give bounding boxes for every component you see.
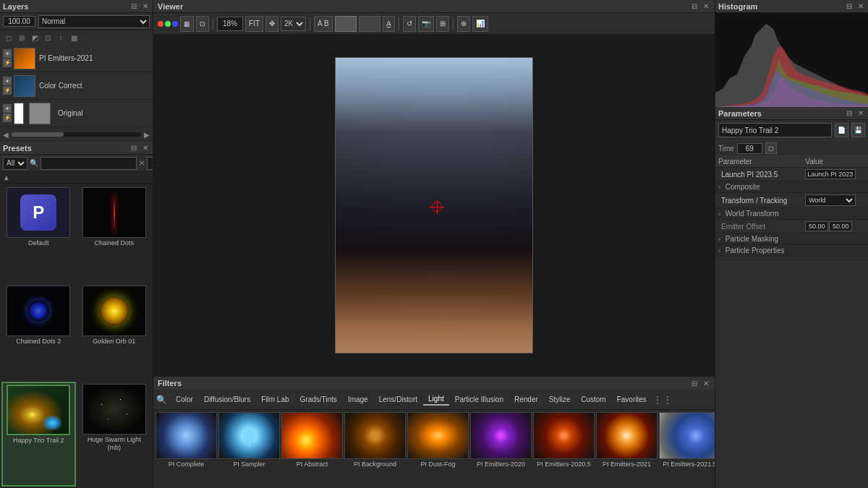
- preset-x-icon[interactable]: ✕: [139, 159, 145, 167]
- crosshair-btn[interactable]: ⊕: [457, 16, 470, 32]
- tab-particle[interactable]: Particle Illusion: [450, 394, 509, 405]
- zoom-fit-btn[interactable]: FIT: [245, 16, 263, 32]
- tab-color[interactable]: Color: [171, 394, 198, 405]
- group-label[interactable]: › Particle Masking: [715, 234, 868, 245]
- resolution-select[interactable]: 2K: [281, 17, 306, 31]
- presets-scroll-up-btn[interactable]: ▲: [0, 172, 13, 183]
- scroll-left-btn[interactable]: ◀: [3, 129, 9, 140]
- params-group-row[interactable]: › World Transform: [715, 208, 868, 220]
- preset-item[interactable]: Huge Swarm Light (mb): [77, 382, 152, 487]
- emitter-offset-x[interactable]: [805, 221, 828, 231]
- view-mode-2-btn[interactable]: [359, 16, 380, 32]
- filters-more-btn[interactable]: ⋮⋮: [652, 394, 673, 406]
- viewer-close-btn[interactable]: ✕: [702, 2, 710, 10]
- scroll-right-btn[interactable]: ▶: [144, 129, 150, 140]
- layer-item[interactable]: 👁 ⚡ Original: [0, 100, 153, 127]
- parameters-close-btn[interactable]: ✕: [856, 109, 865, 117]
- preset-search-input[interactable]: [41, 157, 137, 170]
- preset-item-selected[interactable]: Happy Trio Trail 2: [1, 382, 76, 487]
- presets-collapse-btn[interactable]: ⊟: [129, 144, 138, 152]
- preset-name-save-btn[interactable]: 💾: [851, 123, 865, 137]
- undo-btn[interactable]: ↺: [403, 16, 416, 32]
- ab-compare-btn[interactable]: A B: [314, 16, 333, 32]
- preset-name-doc-btn[interactable]: 📄: [835, 123, 848, 137]
- preset-name-input[interactable]: [718, 123, 832, 137]
- filter-item[interactable]: PI Emitters-2021.5: [659, 412, 715, 468]
- tab-favorites[interactable]: Favorites: [612, 394, 652, 405]
- params-group-row[interactable]: › Composite: [715, 181, 868, 193]
- filter-grid-scroll[interactable]: PI Complete PI Sampler PI Abstract PI Ba…: [153, 410, 715, 488]
- tab-image[interactable]: Image: [343, 394, 373, 405]
- histogram-btn[interactable]: ⊡: [196, 16, 209, 32]
- filter-item[interactable]: PI Emitters-2020: [470, 412, 532, 468]
- tab-diffusion[interactable]: Diffusion/Blurs: [199, 394, 255, 405]
- filter-item[interactable]: PI Complete: [156, 412, 217, 468]
- compare-btn[interactable]: ⊞: [436, 16, 449, 32]
- presets-close-btn[interactable]: ✕: [141, 144, 150, 152]
- filters-close-btn[interactable]: ✕: [702, 380, 710, 388]
- params-row: Transform / Tracking World: [715, 193, 868, 208]
- emitter-offset-y[interactable]: [829, 221, 852, 231]
- filters-search-icon[interactable]: 🔍: [156, 395, 167, 405]
- filter-item[interactable]: PI Background: [344, 412, 406, 468]
- layers-collapse-btn[interactable]: ⊟: [129, 2, 138, 10]
- filter-item[interactable]: PI Sampler: [218, 412, 280, 468]
- parameters-scroll[interactable]: Parameter Value Launch PI 2023.5: [715, 156, 868, 488]
- zoom-pan-btn[interactable]: ✥: [265, 16, 278, 32]
- zoom-input[interactable]: [217, 17, 243, 31]
- preset-item[interactable]: P Default: [1, 185, 76, 282]
- time-keyframe-btn[interactable]: ◻: [765, 142, 777, 154]
- blend-mode-select[interactable]: Normal: [38, 15, 150, 28]
- layer-item[interactable]: 👁 ⚡ PI Emitters-2021: [0, 45, 153, 72]
- filter-item[interactable]: PI Abstract: [281, 412, 343, 468]
- layer-icon-5[interactable]: ↕: [55, 32, 67, 43]
- preset-filter-select[interactable]: All: [3, 157, 27, 170]
- filter-item[interactable]: PI Dust-Fog: [407, 412, 469, 468]
- histogram-collapse-btn[interactable]: ⊟: [845, 2, 854, 10]
- tab-stylize[interactable]: Stylize: [544, 394, 575, 405]
- waveform-btn[interactable]: ▦: [180, 16, 194, 32]
- filter-item[interactable]: PI Emitters-2020.5: [533, 412, 595, 468]
- tab-custom[interactable]: Custom: [576, 394, 610, 405]
- group-label[interactable]: › Particle Properties: [715, 245, 868, 257]
- parameters-table: Parameter Value Launch PI 2023.5: [715, 156, 868, 257]
- histogram-view-btn[interactable]: 📊: [472, 16, 488, 32]
- viewer-collapse-btn[interactable]: ⊟: [690, 2, 699, 10]
- launch-pi-input[interactable]: [805, 169, 856, 179]
- preset-count-input[interactable]: [147, 157, 153, 170]
- viewer-canvas[interactable]: [153, 35, 715, 376]
- histogram-close-btn[interactable]: ✕: [856, 2, 865, 10]
- text-overlay-btn[interactable]: A̲: [383, 16, 395, 32]
- opacity-input[interactable]: [3, 16, 35, 27]
- params-group-row[interactable]: › Particle Masking: [715, 234, 868, 245]
- layer-item[interactable]: 👁 ⚡ Color Correct: [0, 72, 153, 100]
- view-mode-1-btn[interactable]: [335, 16, 357, 32]
- tab-grads[interactable]: Grads/Tints: [295, 394, 342, 405]
- tab-lens[interactable]: Lens/Distort: [374, 394, 422, 405]
- tab-render[interactable]: Render: [509, 394, 543, 405]
- layer-icon-4[interactable]: ⊡: [42, 32, 54, 43]
- group-label[interactable]: › Composite: [715, 181, 868, 193]
- params-group-row[interactable]: › Particle Properties: [715, 245, 868, 257]
- time-value-input[interactable]: [737, 143, 762, 154]
- preset-item[interactable]: Golden Orb 01: [77, 283, 152, 380]
- filter-item[interactable]: PI Emitters-2021: [596, 412, 658, 468]
- tab-filmlab[interactable]: Film Lab: [256, 394, 294, 405]
- layer-icon-6[interactable]: ▦: [68, 32, 80, 43]
- layers-toolbar: Normal: [0, 13, 153, 30]
- layers-close-btn[interactable]: ✕: [141, 2, 150, 10]
- layer-icon-2[interactable]: ⊞: [16, 32, 27, 43]
- filters-collapse-btn[interactable]: ⊟: [690, 380, 699, 388]
- transform-dropdown[interactable]: World: [805, 194, 856, 206]
- param-value: [802, 168, 868, 181]
- preset-item[interactable]: Chained Dots: [77, 185, 152, 282]
- parameters-controls: ⊟ ✕: [845, 109, 865, 117]
- filters-title: Filters: [158, 379, 182, 388]
- preset-item[interactable]: Chained Dots 2: [1, 283, 76, 380]
- snapshot-btn[interactable]: 📷: [418, 16, 434, 32]
- layer-icon-3[interactable]: ◩: [29, 32, 41, 43]
- group-label[interactable]: › World Transform: [715, 208, 868, 220]
- layer-icon-1[interactable]: ◻: [3, 32, 14, 43]
- tab-light[interactable]: Light: [423, 393, 449, 406]
- parameters-collapse-btn[interactable]: ⊟: [845, 109, 854, 117]
